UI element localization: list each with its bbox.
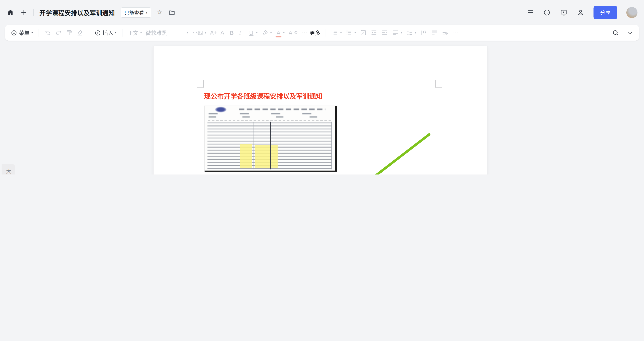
caret-down-icon: ▾ <box>115 31 117 35</box>
caret-down-icon: ▾ <box>340 31 342 35</box>
list-settings-icon[interactable] <box>442 29 448 36</box>
scan-field-row-blur <box>208 116 324 118</box>
scan-dark-edge <box>335 106 337 172</box>
scan-table-column-line <box>319 122 319 169</box>
menu-list-icon[interactable] <box>526 9 534 16</box>
caret-down-icon: ▾ <box>415 31 416 35</box>
ellipsis-icon: ··· <box>302 30 308 36</box>
toolbar-divider <box>88 29 89 36</box>
collapse-toolbar-chevron-icon[interactable] <box>627 30 633 36</box>
outdent-icon[interactable] <box>370 29 378 36</box>
scan-highlight-yellow <box>240 144 252 168</box>
alignment-icon[interactable]: ▾ <box>392 29 402 36</box>
insert-button-label: 插入 <box>102 29 113 37</box>
indent-icon[interactable] <box>381 29 388 36</box>
doc-heading: 现公布开学各班级课程安排以及军训通知 <box>204 92 322 101</box>
scan-table-column-line <box>332 122 332 169</box>
paragraph-style-select[interactable]: 正文 ▾ <box>128 29 142 37</box>
toolbar-divider <box>326 29 326 36</box>
toolbar-overflow-icon[interactable]: ··· <box>452 30 459 36</box>
new-document-icon[interactable] <box>20 9 28 16</box>
toolbar-divider <box>122 29 122 36</box>
outline-panel-tab[interactable]: 大纲 <box>2 164 15 174</box>
history-record-icon[interactable] <box>543 9 551 16</box>
text-advanced-letter: A <box>288 30 292 36</box>
font-decrease-button[interactable]: A- <box>220 30 226 36</box>
scan-table-column-line <box>253 122 254 169</box>
toolbar-divider <box>38 29 39 36</box>
caret-down-icon: ▾ <box>400 31 402 35</box>
undo-button[interactable] <box>44 29 51 36</box>
redo-button[interactable] <box>55 29 62 36</box>
font-increase-button[interactable]: A+ <box>210 30 217 36</box>
header-divider <box>33 9 34 16</box>
underline-button[interactable]: U ▾ <box>248 30 258 36</box>
clear-format-eraser-icon[interactable] <box>76 29 83 36</box>
school-emblem-blur <box>215 107 226 112</box>
font-family-select[interactable]: 微软雅黑 ▾ <box>146 29 188 37</box>
caret-down-icon: ▾ <box>256 31 258 35</box>
contacts-icon[interactable] <box>576 9 584 16</box>
page-margin-corner-right <box>436 80 442 88</box>
numbered-list-icon[interactable]: ▾ <box>346 29 356 36</box>
caret-down-icon: ▾ <box>354 31 356 35</box>
page-layout-icon[interactable] <box>431 29 438 36</box>
page-margin-corner-left <box>197 80 204 88</box>
more-button-label: 更多 <box>310 29 320 37</box>
font-color-button[interactable]: A ▾ <box>276 30 285 36</box>
document-title: 开学课程安排以及军训通知 <box>40 8 115 17</box>
checklist-icon[interactable] <box>360 29 367 36</box>
scan-table-center-line <box>270 122 271 169</box>
font-size-value: 小四 <box>192 29 203 37</box>
home-icon[interactable] <box>6 9 14 16</box>
permission-badge[interactable]: 只能查看 ▾ <box>120 7 151 18</box>
caret-down-icon: ▾ <box>31 31 33 35</box>
scan-table-column-line <box>267 122 268 169</box>
caret-down-icon: ▾ <box>140 31 142 35</box>
italic-button[interactable]: I <box>239 30 245 36</box>
caret-down-icon: ▾ <box>270 31 272 35</box>
embedded-schedule-image[interactable] <box>204 106 337 172</box>
scan-title-blur <box>239 109 325 110</box>
caret-down-icon: ▾ <box>187 31 188 35</box>
app-window: 开学课程安排以及军训通知 只能查看 ▾ ☆ 分享 <box>0 0 644 174</box>
document-page[interactable]: 现公布开学各班级课程安排以及军训通知 【务必认证】 图片看不清点开或复制下面地址… <box>154 46 487 174</box>
header-bar: 开学课程安排以及军训通知 只能查看 ▾ ☆ 分享 <box>0 0 644 25</box>
line-spacing-icon[interactable]: ▾ <box>406 29 416 36</box>
scan-dark-edge <box>204 171 337 172</box>
font-size-select[interactable]: 小四 ▾ <box>192 29 206 37</box>
more-formatting-button[interactable]: ··· 更多 <box>302 29 320 37</box>
toolbar: 菜单 ▾ 插入 ▾ 正文 ▾ 微软雅黑 ▾ <box>5 25 639 41</box>
star-favorite-icon[interactable]: ☆ <box>157 9 162 16</box>
quote-block-icon[interactable] <box>420 29 427 36</box>
caret-down-icon: ▾ <box>283 31 285 35</box>
scan-highlight-yellow <box>254 145 278 168</box>
user-avatar[interactable] <box>626 7 638 18</box>
search-icon[interactable] <box>612 29 620 36</box>
underline-label: U <box>248 30 254 36</box>
paragraph-style-value: 正文 <box>128 29 138 37</box>
folder-move-icon[interactable] <box>168 9 175 16</box>
highlight-pen-icon[interactable]: ▾ <box>262 29 272 36</box>
ellipsis-icon: ··· <box>452 30 459 36</box>
permission-badge-label: 只能查看 <box>124 9 144 16</box>
scan-dashed-divider <box>208 120 331 121</box>
menu-button-label: 菜单 <box>19 29 30 37</box>
bullet-list-icon[interactable]: ▾ <box>332 29 342 36</box>
font-color-swatch <box>276 36 281 37</box>
share-button[interactable]: 分享 <box>594 6 617 19</box>
caret-down-icon: ▾ <box>146 11 148 14</box>
text-advanced-icon[interactable]: A <box>288 30 298 36</box>
scan-field-row-blur <box>208 113 330 115</box>
font-family-value: 微软雅黑 <box>146 29 185 37</box>
bold-button[interactable]: B <box>230 30 235 36</box>
insert-button[interactable]: 插入 ▾ <box>94 29 117 37</box>
menu-button[interactable]: 菜单 ▾ <box>11 29 33 37</box>
format-painter-icon[interactable] <box>66 29 72 36</box>
caret-down-icon: ▾ <box>204 31 206 35</box>
font-color-letter: A <box>277 30 280 36</box>
present-mode-icon[interactable] <box>560 9 568 16</box>
